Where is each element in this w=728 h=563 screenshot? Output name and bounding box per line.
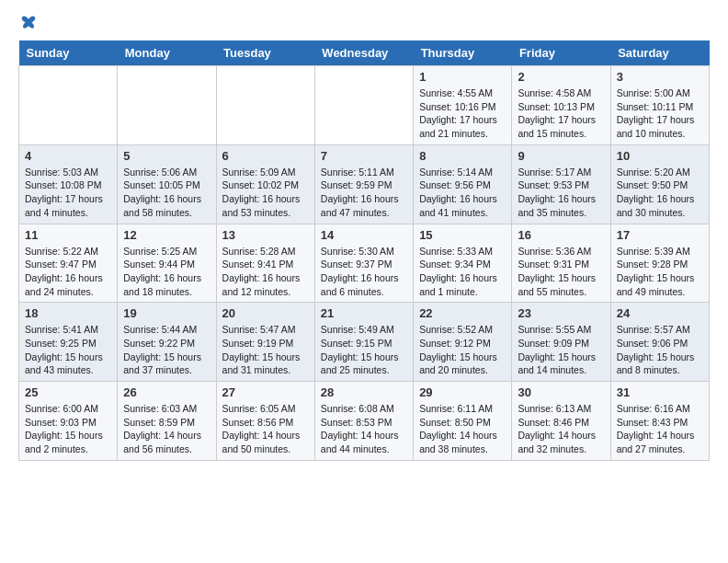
day-content: Sunrise: 6:13 AM Sunset: 8:46 PM Dayligh… (518, 402, 604, 456)
calendar-week-1: 1Sunrise: 4:55 AM Sunset: 10:16 PM Dayli… (19, 66, 710, 145)
day-content: Sunrise: 6:16 AM Sunset: 8:43 PM Dayligh… (617, 402, 703, 456)
day-content: Sunrise: 6:03 AM Sunset: 8:59 PM Dayligh… (123, 402, 210, 456)
calendar-cell (314, 66, 413, 145)
day-number: 9 (518, 149, 604, 163)
day-content: Sunrise: 5:55 AM Sunset: 9:09 PM Dayligh… (518, 323, 604, 377)
day-content: Sunrise: 6:05 AM Sunset: 8:56 PM Dayligh… (222, 402, 309, 456)
logo-bird-icon (19, 15, 38, 29)
day-content: Sunrise: 5:30 AM Sunset: 9:37 PM Dayligh… (321, 245, 407, 299)
calendar-cell: 14Sunrise: 5:30 AM Sunset: 9:37 PM Dayli… (314, 224, 413, 303)
calendar-body: 1Sunrise: 4:55 AM Sunset: 10:16 PM Dayli… (19, 66, 710, 461)
day-content: Sunrise: 5:03 AM Sunset: 10:08 PM Daylig… (25, 166, 111, 220)
day-number: 17 (617, 228, 703, 242)
day-content: Sunrise: 5:20 AM Sunset: 9:50 PM Dayligh… (617, 166, 703, 220)
day-number: 8 (419, 149, 506, 163)
calendar-cell: 22Sunrise: 5:52 AM Sunset: 9:12 PM Dayli… (414, 303, 512, 382)
calendar-cell: 24Sunrise: 5:57 AM Sunset: 9:06 PM Dayli… (610, 303, 709, 382)
calendar-cell: 28Sunrise: 6:08 AM Sunset: 8:53 PM Dayli… (314, 382, 413, 461)
day-content: Sunrise: 5:52 AM Sunset: 9:12 PM Dayligh… (419, 323, 506, 377)
day-number: 31 (617, 385, 703, 399)
calendar-cell: 30Sunrise: 6:13 AM Sunset: 8:46 PM Dayli… (512, 382, 610, 461)
day-content: Sunrise: 5:57 AM Sunset: 9:06 PM Dayligh… (617, 323, 703, 377)
day-content: Sunrise: 6:00 AM Sunset: 9:03 PM Dayligh… (25, 402, 111, 456)
calendar-week-3: 11Sunrise: 5:22 AM Sunset: 9:47 PM Dayli… (19, 224, 710, 303)
calendar-cell: 5Sunrise: 5:06 AM Sunset: 10:05 PM Dayli… (118, 144, 216, 224)
day-number: 6 (222, 149, 309, 163)
calendar-cell: 4Sunrise: 5:03 AM Sunset: 10:08 PM Dayli… (19, 144, 118, 224)
calendar-cell: 18Sunrise: 5:41 AM Sunset: 9:25 PM Dayli… (19, 303, 118, 382)
calendar-cell: 7Sunrise: 5:11 AM Sunset: 9:59 PM Daylig… (314, 144, 413, 224)
day-content: Sunrise: 4:55 AM Sunset: 10:16 PM Daylig… (419, 86, 506, 141)
day-content: Sunrise: 5:00 AM Sunset: 10:11 PM Daylig… (617, 86, 703, 141)
day-content: Sunrise: 5:06 AM Sunset: 10:05 PM Daylig… (123, 166, 210, 220)
header-day-thursday: Thursday (414, 40, 512, 66)
calendar-cell: 27Sunrise: 6:05 AM Sunset: 8:56 PM Dayli… (216, 382, 314, 461)
day-number: 15 (419, 228, 506, 242)
calendar-cell: 9Sunrise: 5:17 AM Sunset: 9:53 PM Daylig… (512, 144, 610, 224)
day-number: 23 (518, 306, 604, 320)
day-number: 20 (222, 306, 309, 320)
header-day-tuesday: Tuesday (216, 40, 314, 66)
header-day-saturday: Saturday (610, 40, 709, 66)
calendar-cell: 21Sunrise: 5:49 AM Sunset: 9:15 PM Dayli… (314, 303, 413, 382)
calendar-cell: 16Sunrise: 5:36 AM Sunset: 9:31 PM Dayli… (512, 224, 610, 303)
day-content: Sunrise: 5:14 AM Sunset: 9:56 PM Dayligh… (419, 166, 506, 220)
day-number: 14 (321, 228, 407, 242)
calendar-cell: 2Sunrise: 4:58 AM Sunset: 10:13 PM Dayli… (512, 66, 610, 145)
day-number: 2 (518, 70, 604, 84)
day-number: 28 (321, 385, 407, 399)
day-content: Sunrise: 5:47 AM Sunset: 9:19 PM Dayligh… (222, 323, 309, 377)
day-content: Sunrise: 6:11 AM Sunset: 8:50 PM Dayligh… (419, 402, 506, 456)
day-number: 26 (123, 385, 210, 399)
calendar-cell: 13Sunrise: 5:28 AM Sunset: 9:41 PM Dayli… (216, 224, 314, 303)
day-number: 29 (419, 385, 506, 399)
calendar-cell (19, 66, 118, 145)
day-content: Sunrise: 5:36 AM Sunset: 9:31 PM Dayligh… (518, 245, 604, 299)
calendar-cell: 6Sunrise: 5:09 AM Sunset: 10:02 PM Dayli… (216, 144, 314, 224)
calendar-table: SundayMondayTuesdayWednesdayThursdayFrid… (18, 40, 710, 461)
calendar-header: SundayMondayTuesdayWednesdayThursdayFrid… (19, 40, 710, 66)
day-number: 4 (25, 149, 111, 163)
calendar-cell: 8Sunrise: 5:14 AM Sunset: 9:56 PM Daylig… (414, 144, 512, 224)
day-content: Sunrise: 5:25 AM Sunset: 9:44 PM Dayligh… (123, 245, 210, 299)
calendar-cell: 20Sunrise: 5:47 AM Sunset: 9:19 PM Dayli… (216, 303, 314, 382)
header-day-wednesday: Wednesday (314, 40, 413, 66)
calendar-cell: 11Sunrise: 5:22 AM Sunset: 9:47 PM Dayli… (19, 224, 118, 303)
calendar-week-5: 25Sunrise: 6:00 AM Sunset: 9:03 PM Dayli… (19, 382, 710, 461)
calendar-cell: 19Sunrise: 5:44 AM Sunset: 9:22 PM Dayli… (118, 303, 216, 382)
day-number: 10 (617, 149, 703, 163)
day-number: 11 (25, 228, 111, 242)
calendar-cell: 10Sunrise: 5:20 AM Sunset: 9:50 PM Dayli… (610, 144, 709, 224)
calendar-cell (118, 66, 216, 145)
day-content: Sunrise: 5:22 AM Sunset: 9:47 PM Dayligh… (25, 245, 111, 299)
header-day-friday: Friday (512, 40, 610, 66)
day-content: Sunrise: 4:58 AM Sunset: 10:13 PM Daylig… (518, 86, 604, 141)
calendar-week-2: 4Sunrise: 5:03 AM Sunset: 10:08 PM Dayli… (19, 144, 710, 224)
calendar-week-4: 18Sunrise: 5:41 AM Sunset: 9:25 PM Dayli… (19, 303, 710, 382)
day-number: 27 (222, 385, 309, 399)
day-number: 30 (518, 385, 604, 399)
calendar-cell: 1Sunrise: 4:55 AM Sunset: 10:16 PM Dayli… (414, 66, 512, 145)
day-content: Sunrise: 5:39 AM Sunset: 9:28 PM Dayligh… (617, 245, 703, 299)
calendar-cell: 12Sunrise: 5:25 AM Sunset: 9:44 PM Dayli… (118, 224, 216, 303)
day-number: 21 (321, 306, 407, 320)
day-content: Sunrise: 5:11 AM Sunset: 9:59 PM Dayligh… (321, 166, 407, 220)
day-number: 7 (321, 149, 407, 163)
header-day-sunday: Sunday (19, 40, 118, 66)
day-number: 16 (518, 228, 604, 242)
page-header (18, 15, 710, 29)
day-content: Sunrise: 5:09 AM Sunset: 10:02 PM Daylig… (222, 166, 309, 220)
day-content: Sunrise: 5:41 AM Sunset: 9:25 PM Dayligh… (25, 323, 111, 377)
day-number: 25 (25, 385, 111, 399)
calendar-cell: 23Sunrise: 5:55 AM Sunset: 9:09 PM Dayli… (512, 303, 610, 382)
day-number: 24 (617, 306, 703, 320)
day-number: 12 (123, 228, 210, 242)
day-number: 22 (419, 306, 506, 320)
day-number: 3 (617, 70, 703, 84)
day-content: Sunrise: 5:28 AM Sunset: 9:41 PM Dayligh… (222, 245, 309, 299)
calendar-cell: 3Sunrise: 5:00 AM Sunset: 10:11 PM Dayli… (610, 66, 709, 145)
logo (18, 15, 38, 29)
day-number: 13 (222, 228, 309, 242)
calendar-cell: 25Sunrise: 6:00 AM Sunset: 9:03 PM Dayli… (19, 382, 118, 461)
day-number: 1 (419, 70, 506, 84)
